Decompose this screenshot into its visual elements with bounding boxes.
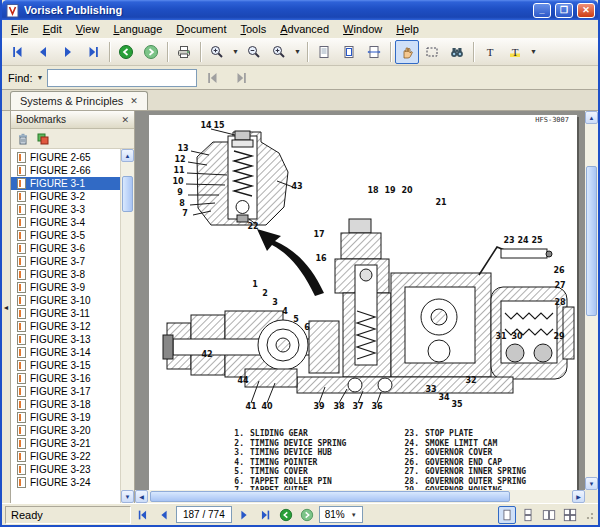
previous-view-button[interactable] <box>114 40 138 64</box>
status-next-view-button[interactable] <box>298 506 316 524</box>
resize-grip[interactable] <box>582 508 595 521</box>
document-area[interactable]: HFS-3007 <box>135 111 598 503</box>
menu-tools[interactable]: Tools <box>233 21 273 37</box>
print-button[interactable] <box>172 40 196 64</box>
tab-close-icon[interactable]: ✕ <box>130 96 138 106</box>
menu-help[interactable]: Help <box>389 21 426 37</box>
find-previous-button[interactable] <box>201 66 225 90</box>
zoom-out-button[interactable] <box>242 40 266 64</box>
status-next-page-button[interactable] <box>235 506 253 524</box>
search-binoculars-button[interactable] <box>445 40 469 64</box>
bookmark-item[interactable]: FIGURE 3-13 <box>11 333 120 346</box>
bookmark-item[interactable]: FIGURE 3-19 <box>11 411 120 424</box>
zoom-tool-dropdown[interactable]: ▼ <box>230 40 241 64</box>
menu-edit[interactable]: Edit <box>36 21 69 37</box>
bookmark-item[interactable]: FIGURE 3-3 <box>11 203 120 216</box>
last-page-button[interactable] <box>81 40 105 64</box>
bookmark-item[interactable]: FIGURE 3-23 <box>11 463 120 476</box>
scrollbar-thumb[interactable] <box>122 176 133 212</box>
scrollbar-thumb[interactable] <box>150 491 510 502</box>
bookmark-item[interactable]: FIGURE 3-1 <box>11 177 120 190</box>
menu-window[interactable]: Window <box>336 21 389 37</box>
bookmark-item[interactable]: FIGURE 3-9 <box>11 281 120 294</box>
text-select-tool-button[interactable]: T <box>478 40 502 64</box>
scrollbar-thumb[interactable] <box>586 166 597 316</box>
hand-tool-button[interactable] <box>395 40 419 64</box>
text-tool-dropdown[interactable]: ▼ <box>528 40 539 64</box>
bookmark-item[interactable]: FIGURE 3-15 <box>11 359 120 372</box>
svg-text:23: 23 <box>503 236 514 245</box>
find-options-dropdown[interactable]: ▼ <box>36 74 43 81</box>
bookmark-item[interactable]: FIGURE 2-65 <box>11 151 120 164</box>
menu-view[interactable]: View <box>69 21 107 37</box>
scroll-down-arrow[interactable]: ▼ <box>585 477 598 490</box>
next-page-button[interactable] <box>56 40 80 64</box>
status-previous-view-button[interactable] <box>277 506 295 524</box>
maximize-button[interactable]: ❐ <box>555 3 573 18</box>
zoom-level-dropdown[interactable]: ▼ <box>292 40 303 64</box>
bookmark-item[interactable]: FIGURE 3-20 <box>11 424 120 437</box>
bookmark-item[interactable]: FIGURE 3-4 <box>11 216 120 229</box>
bookmark-item[interactable]: FIGURE 3-6 <box>11 242 120 255</box>
find-next-button[interactable] <box>229 66 253 90</box>
previous-page-button[interactable] <box>31 40 55 64</box>
zoom-level-selector[interactable]: 81% ▼ <box>319 506 363 523</box>
bookmark-label: FIGURE 3-13 <box>30 334 91 345</box>
menu-file[interactable]: File <box>4 21 36 37</box>
continuous-layout-button[interactable] <box>519 506 537 524</box>
scroll-left-arrow[interactable]: ◀ <box>135 490 148 503</box>
page-number-indicator[interactable]: 187 / 774 <box>176 506 232 523</box>
select-tool-button[interactable] <box>420 40 444 64</box>
menu-language[interactable]: Language <box>106 21 169 37</box>
status-first-page-button[interactable] <box>134 506 152 524</box>
zoom-in-button[interactable] <box>267 40 291 64</box>
svg-text:6: 6 <box>304 323 310 332</box>
bookmark-label: FIGURE 3-10 <box>30 295 91 306</box>
bookmark-item[interactable]: FIGURE 3-11 <box>11 307 120 320</box>
find-input[interactable] <box>47 69 197 87</box>
panel-collapse-handle[interactable]: ◄ <box>2 111 11 503</box>
menu-advanced[interactable]: Advanced <box>273 21 336 37</box>
bookmark-item[interactable]: FIGURE 3-16 <box>11 372 120 385</box>
facing-layout-button[interactable] <box>540 506 558 524</box>
bookmark-item[interactable]: FIGURE 3-10 <box>11 294 120 307</box>
bookmark-item[interactable]: FIGURE 3-12 <box>11 320 120 333</box>
single-page-layout-button[interactable] <box>498 506 516 524</box>
scroll-down-arrow[interactable]: ▼ <box>121 490 134 503</box>
next-view-button[interactable] <box>139 40 163 64</box>
document-vertical-scrollbar[interactable]: ▲ ▼ <box>585 111 598 490</box>
bookmark-options-icon[interactable] <box>35 131 51 147</box>
bookmarks-scrollbar[interactable]: ▲ ▼ <box>120 149 134 503</box>
highlight-text-tool-button[interactable]: T <box>503 40 527 64</box>
bookmark-item[interactable]: FIGURE 2-66 <box>11 164 120 177</box>
bookmark-item[interactable]: FIGURE 3-14 <box>11 346 120 359</box>
document-horizontal-scrollbar[interactable]: ◀ ▶ <box>135 490 585 503</box>
bookmarks-close-icon[interactable]: ✕ <box>121 115 129 125</box>
bookmark-item[interactable]: FIGURE 3-8 <box>11 268 120 281</box>
status-previous-page-button[interactable] <box>155 506 173 524</box>
tab-systems-and-principles[interactable]: Systems & Principles ✕ <box>10 91 148 110</box>
first-page-button[interactable] <box>6 40 30 64</box>
minimize-button[interactable]: _ <box>533 3 551 18</box>
menu-document[interactable]: Document <box>169 21 233 37</box>
svg-text:32: 32 <box>465 376 476 385</box>
bookmark-item[interactable]: FIGURE 3-5 <box>11 229 120 242</box>
scroll-up-arrow[interactable]: ▲ <box>121 149 134 162</box>
scroll-right-arrow[interactable]: ▶ <box>572 490 585 503</box>
actual-size-button[interactable] <box>312 40 336 64</box>
bookmark-item[interactable]: FIGURE 3-17 <box>11 385 120 398</box>
close-button[interactable]: ✕ <box>577 3 595 18</box>
bookmark-item[interactable]: FIGURE 3-21 <box>11 437 120 450</box>
delete-bookmark-icon[interactable] <box>15 131 31 147</box>
bookmark-item[interactable]: FIGURE 3-24 <box>11 476 120 489</box>
fit-page-button[interactable] <box>337 40 361 64</box>
bookmark-item[interactable]: FIGURE 3-7 <box>11 255 120 268</box>
bookmark-item[interactable]: FIGURE 3-22 <box>11 450 120 463</box>
fit-width-button[interactable] <box>362 40 386 64</box>
bookmark-item[interactable]: FIGURE 3-18 <box>11 398 120 411</box>
continuous-facing-layout-button[interactable] <box>561 506 579 524</box>
status-last-page-button[interactable] <box>256 506 274 524</box>
zoom-tool-button[interactable] <box>205 40 229 64</box>
scroll-up-arrow[interactable]: ▲ <box>585 111 598 124</box>
bookmark-item[interactable]: FIGURE 3-2 <box>11 190 120 203</box>
